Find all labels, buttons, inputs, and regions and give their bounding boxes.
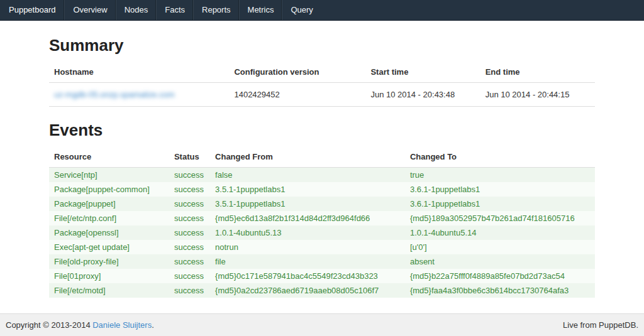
changed-from-cell: false <box>210 168 405 183</box>
event-row: Package[puppet] success 3.5.1-1puppetlab… <box>49 197 595 211</box>
resource-cell: Package[openssl] <box>49 225 169 240</box>
events-col-status: Status <box>169 146 210 168</box>
summary-col-config-version: Configuration version <box>229 62 365 83</box>
events-title: Events <box>49 121 595 140</box>
changed-to-cell: {md5}189a3052957b47b261ad74f181605716 <box>405 211 595 225</box>
event-row: Service[ntp] success false true <box>49 168 595 183</box>
events-table: Resource Status Changed From Changed To … <box>49 146 595 298</box>
events-col-resource: Resource <box>49 146 169 168</box>
changed-to-cell: 3.6.1-1puppetlabs1 <box>405 182 595 197</box>
summary-table: Hostname Configuration version Start tim… <box>49 62 595 107</box>
summary-section: Summary Hostname Configuration version S… <box>49 36 595 107</box>
nav-item-facts[interactable]: Facts <box>156 0 193 20</box>
resource-cell: Package[puppet-common] <box>49 182 169 197</box>
changed-from-cell: {md5}0c171e587941bac4c5549f23cd43b323 <box>210 269 405 283</box>
status-cell: success <box>169 211 210 225</box>
resource-cell: Service[ntp] <box>49 168 169 183</box>
changed-to-cell: 1.0.1-4ubuntu5.14 <box>405 225 595 240</box>
summary-row: uz-mgdb-05.onzp.spamalize.com 1402429452… <box>49 83 595 107</box>
nav-item-metrics[interactable]: Metrics <box>239 0 282 20</box>
resource-cell: File[/etc/ntp.conf] <box>49 211 169 225</box>
changed-to-cell: absent <box>405 254 595 269</box>
event-row: File[/etc/ntp.conf] success {md5}ec6d13a… <box>49 211 595 225</box>
summary-col-end-time: End time <box>480 62 595 83</box>
events-col-changed-from: Changed From <box>210 146 405 168</box>
summary-col-start-time: Start time <box>365 62 480 83</box>
changed-to-cell: {md5}b22a75fff0f4889a85fe07bd2d73ac54 <box>405 269 595 283</box>
main-content: Summary Hostname Configuration version S… <box>49 21 595 298</box>
nav-item-overview[interactable]: Overview <box>64 0 115 20</box>
event-row: Package[openssl] success 1.0.1-4ubuntu5.… <box>49 225 595 240</box>
changed-from-cell: notrun <box>210 240 405 254</box>
status-cell: success <box>169 168 210 183</box>
changed-to-cell: [u'0'] <box>405 240 595 254</box>
changed-from-cell: {md5}ec6d13a8f2b1f314d84d2ff3d964fd66 <box>210 211 405 225</box>
status-cell: success <box>169 269 210 283</box>
copyright-suffix: . <box>152 320 154 330</box>
changed-from-cell: 1.0.1-4ubuntu5.13 <box>210 225 405 240</box>
resource-cell: File[old-proxy-file] <box>49 254 169 269</box>
nav-brand-puppetboard[interactable]: Puppetboard <box>0 0 64 20</box>
summary-title: Summary <box>49 36 595 55</box>
copyright-text: Copyright © 2013-2014 Daniele Sluijters. <box>6 320 154 330</box>
top-navbar: Puppetboard Overview Nodes Facts Reports… <box>0 0 644 21</box>
nav-item-reports[interactable]: Reports <box>193 0 239 20</box>
changed-from-cell: 3.5.1-1puppetlabs1 <box>210 182 405 197</box>
end-time-cell: Jun 10 2014 - 20:44:15 <box>480 83 595 107</box>
changed-to-cell: {md5}faa4a3f0bbe6c3b614bcc1730764afa3 <box>405 283 595 298</box>
resource-cell: Package[puppet] <box>49 197 169 211</box>
events-header-row: Resource Status Changed From Changed To <box>49 146 595 168</box>
events-section: Events Resource Status Changed From Chan… <box>49 121 595 298</box>
hostname-cell: uz-mgdb-05.onzp.spamalize.com <box>49 83 229 107</box>
puppetdb-status-text: Live from PuppetDB. <box>563 320 638 330</box>
events-table-body: Service[ntp] success false true Package[… <box>49 168 595 298</box>
start-time-cell: Jun 10 2014 - 20:43:48 <box>365 83 480 107</box>
summary-header-row: Hostname Configuration version Start tim… <box>49 62 595 83</box>
event-row: Exec[apt-get update] success notrun [u'0… <box>49 240 595 254</box>
resource-cell: Exec[apt-get update] <box>49 240 169 254</box>
hostname-link[interactable]: uz-mgdb-05.onzp.spamalize.com <box>54 90 174 99</box>
changed-from-cell: file <box>210 254 405 269</box>
author-link[interactable]: Daniele Sluijters <box>92 320 152 330</box>
page-footer: Copyright © 2013-2014 Daniele Sluijters.… <box>0 313 644 336</box>
changed-from-cell: {md5}0a2cd23786aed6719aaeb08d05c106f7 <box>210 283 405 298</box>
event-row: File[01proxy] success {md5}0c171e587941b… <box>49 269 595 283</box>
copyright-prefix: Copyright © 2013-2014 <box>6 320 92 330</box>
status-cell: success <box>169 225 210 240</box>
status-cell: success <box>169 182 210 197</box>
status-cell: success <box>169 240 210 254</box>
status-cell: success <box>169 283 210 298</box>
config-version-cell: 1402429452 <box>229 83 365 107</box>
status-cell: success <box>169 254 210 269</box>
events-col-changed-to: Changed To <box>405 146 595 168</box>
summary-col-hostname: Hostname <box>49 62 229 83</box>
event-row: File[old-proxy-file] success file absent <box>49 254 595 269</box>
status-cell: success <box>169 197 210 211</box>
event-row: File[/etc/motd] success {md5}0a2cd23786a… <box>49 283 595 298</box>
nav-item-query[interactable]: Query <box>282 0 321 20</box>
changed-to-cell: true <box>405 168 595 183</box>
nav-item-nodes[interactable]: Nodes <box>116 0 157 20</box>
resource-cell: File[/etc/motd] <box>49 283 169 298</box>
resource-cell: File[01proxy] <box>49 269 169 283</box>
changed-to-cell: 3.6.1-1puppetlabs1 <box>405 197 595 211</box>
changed-from-cell: 3.5.1-1puppetlabs1 <box>210 197 405 211</box>
event-row: Package[puppet-common] success 3.5.1-1pu… <box>49 182 595 197</box>
